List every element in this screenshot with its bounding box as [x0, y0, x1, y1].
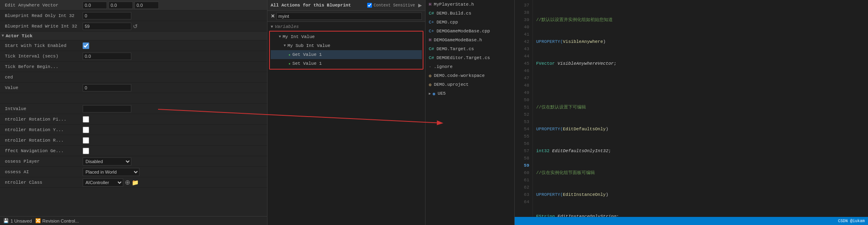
line-num-57: 57	[518, 147, 529, 155]
prop-row-start-tick: Start with Tick Enabled	[0, 40, 267, 51]
code-span-37-1: //默认以设置并实例化组如初始您知道	[536, 16, 613, 23]
tree-item-set-value-1[interactable]: Set Value 1	[271, 59, 422, 68]
property-section-controller: ntroller Rotation Pi... ntroller Rotatio…	[0, 114, 267, 156]
blueprint-panel: All Actions for this Blueprint Context S…	[267, 0, 425, 225]
context-sensitive-checkbox[interactable]	[367, 3, 372, 8]
file-item-ue5[interactable]: ▶ ◉ UE5	[425, 89, 514, 98]
file-label-myplayerstate: MyPlayerState.h	[434, 2, 474, 7]
search-close-button[interactable]: ✕	[271, 13, 275, 19]
line-num-59: 59	[518, 162, 529, 169]
file-icon-h: H	[429, 2, 432, 7]
code-span-42-2: EditDefaultsOnly	[563, 125, 606, 133]
input-vector-z[interactable]	[135, 2, 159, 9]
status-bar: CSDN @iukam	[515, 217, 868, 225]
status-csdn: CSDN @iukam	[838, 219, 865, 223]
prop-label-edit-anywhere-vector: Edit Anywhere Vector	[2, 3, 83, 8]
my-sub-int-value-arrow: ▼	[284, 44, 286, 48]
checkbox-start-tick[interactable]	[83, 42, 89, 49]
line-num-56: 56	[518, 140, 529, 147]
variables-section-header[interactable]: ▼ Variables	[267, 23, 425, 30]
code-span-38-1: UPROPERTY(	[536, 38, 563, 45]
unsaved-label: 1 Unsaved	[11, 219, 32, 223]
select-possess-player[interactable]: Disabled	[83, 157, 131, 166]
file-label-demo-build: DEMO.Build.cs	[436, 11, 471, 16]
file-item-myplayerstate-h[interactable]: H MyPlayerState.h	[425, 0, 514, 9]
code-span-44-1: //仅在实例化组节面板可编辑	[536, 169, 595, 176]
file-item-demo-code-workspace[interactable]: ⚙ DEMO.code-workspace	[425, 71, 514, 80]
code-line-43: int32 EditDefaultsOnlyInt32;	[536, 147, 865, 155]
file-item-ignore[interactable]: · .ignore	[425, 62, 514, 71]
search-bar: ✕	[267, 11, 425, 22]
input-vector-y[interactable]	[109, 2, 133, 9]
prop-row-tick-interval: Tick Interval (secs)	[0, 51, 267, 62]
line-num-60: 60	[518, 169, 529, 176]
prop-label-start-tick: Start with Tick Enabled	[2, 43, 83, 48]
context-sensitive-label: Context Sensitive	[374, 3, 415, 8]
file-item-demoeditor-target-cs[interactable]: C# DEMOEditor.Target.cs	[425, 53, 514, 62]
controller-class-browse-btn[interactable]: 📁	[132, 179, 139, 186]
search-input[interactable]	[276, 13, 422, 20]
variables-label: Variables	[275, 24, 299, 29]
checkbox-rotation-pi[interactable]	[83, 116, 89, 123]
unsaved-button[interactable]: 💾 1 Unsaved	[3, 218, 32, 223]
controller-class-extra-btn[interactable]: ⊕	[125, 178, 130, 186]
property-section-dropdowns: ossess Player Disabled ossess AI Placed …	[0, 156, 267, 188]
code-line-44: //仅在实例化组节面板可编辑	[536, 169, 865, 176]
select-controller-class[interactable]: AIController	[83, 178, 123, 187]
code-span-39-3: ;	[614, 60, 616, 67]
file-label-demo-workspace: DEMO.code-workspace	[434, 73, 485, 78]
file-item-demogamemodebase-h[interactable]: H DEMOGameModeBase.h	[425, 36, 514, 45]
prop-label-intvalue: IntValue	[2, 106, 83, 111]
blueprint-header: All Actions for this Blueprint Context S…	[267, 0, 425, 11]
checkbox-rotation-r[interactable]	[83, 137, 89, 144]
line-num-44: 44	[518, 53, 529, 60]
line-num-55: 55	[518, 133, 529, 140]
file-item-demo-build-cs[interactable]: C# DEMO.Build.cs	[425, 9, 514, 18]
input-vector-x[interactable]	[83, 2, 107, 9]
file-label-demo-uproject: DEMO.uproject	[434, 82, 469, 87]
prop-row-blueprint-read-write: Blueprint Read Write Int 32 ↺	[0, 21, 267, 32]
property-section-misc: ced Value IntValue	[0, 72, 267, 114]
checkbox-rotation-y[interactable]	[83, 127, 89, 133]
line-num-43: 43	[518, 45, 529, 53]
checkbox-navigation[interactable]	[83, 148, 89, 154]
prop-row-navigation: ffect Navigation Ge...	[0, 146, 267, 156]
code-span-43-2: EditDefaultsOnlyInt32	[552, 147, 609, 155]
line-num-58: 58	[518, 155, 529, 162]
code-span-45-2: EditInstanceOnly	[563, 191, 606, 198]
input-blueprint-read-only[interactable]	[83, 12, 131, 19]
file-icon-h-2: H	[429, 38, 432, 42]
tree-item-my-int-value[interactable]: ▼ My Int Value	[271, 32, 422, 41]
tree-item-my-sub-int-value[interactable]: ▼ My Sub Int Value	[271, 41, 422, 50]
line-num-50: 50	[518, 96, 529, 104]
file-item-demo-target-cs[interactable]: C# DEMO.Target.cs	[425, 45, 514, 53]
input-value[interactable]	[83, 84, 131, 91]
file-item-demogamemodebase-cpp[interactable]: C+ DEMOGameModeBase.cpp	[425, 27, 514, 36]
file-item-demo-uproject[interactable]: ⚙ DEMO.uproject	[425, 80, 514, 89]
status-right: CSDN @iukam	[838, 219, 865, 223]
set-value-1-label: Set Value 1	[289, 61, 322, 66]
code-span-45-1: UPROPERTY(	[536, 191, 563, 198]
line-num-48: 48	[518, 82, 529, 89]
reset-button-blueprint-read-write[interactable]: ↺	[133, 23, 138, 30]
file-item-demo-cpp[interactable]: C+ DEMO.cpp	[425, 18, 514, 27]
code-area[interactable]: //默认以设置并实例化组如初始您知道 UPROPERTY(VisibleAnyw…	[533, 0, 868, 217]
prop-row-empty	[0, 93, 267, 104]
code-span-46-3: ;	[616, 213, 619, 217]
file-label-demogamemodebase-cpp: DEMOGameModeBase.cpp	[436, 29, 490, 34]
file-icon-dot-1: ·	[429, 64, 432, 69]
input-intvalue[interactable]	[83, 105, 131, 112]
revision-control-button[interactable]: 🔀 Revision Control...	[35, 218, 79, 223]
select-possess-ai[interactable]: Placed in World	[83, 168, 139, 176]
section-actor-tick[interactable]: ▼ Actor Tick	[0, 32, 267, 40]
line-num-54: 54	[518, 125, 529, 133]
file-label-demoeditor-target: DEMOEditor.Target.cs	[436, 55, 490, 60]
prop-label-rotation-r: ntroller Rotation R...	[2, 138, 83, 143]
blueprint-title: All Actions for this Blueprint	[271, 3, 351, 8]
expand-button[interactable]: ▶	[418, 2, 422, 8]
file-icon-ue5: ◉	[432, 91, 435, 96]
input-tick-interval[interactable]	[83, 53, 131, 60]
input-blueprint-read-write[interactable]	[83, 23, 131, 30]
tree-item-get-value-1[interactable]: Get Value 1	[271, 50, 422, 59]
line-num-37: 37	[518, 2, 529, 9]
